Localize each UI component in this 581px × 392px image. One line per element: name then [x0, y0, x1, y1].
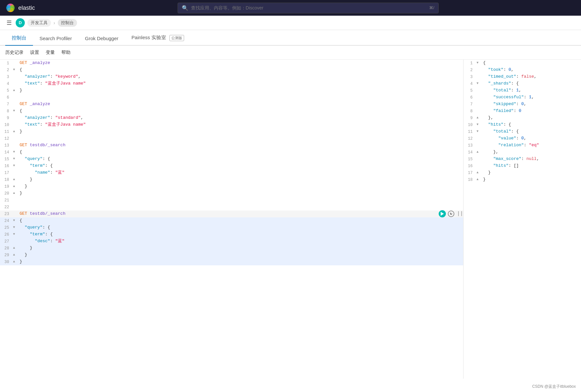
fold-indicator[interactable]: ▼ — [13, 108, 18, 114]
editor-line[interactable]: 27 "desc": "蓝" — [0, 238, 463, 245]
fold-indicator[interactable]: ▲ — [13, 87, 18, 94]
fold-indicator[interactable]: ▲ — [13, 259, 18, 265]
fold-indicator[interactable]: ▲ — [477, 115, 482, 121]
response-line-number: 2 — [463, 67, 477, 73]
editor-line[interactable]: 3 "analyzer": "keyword", — [0, 73, 463, 80]
editor-line[interactable]: 29▲ } — [0, 252, 463, 259]
line-number: 11 — [0, 128, 13, 135]
editor-line[interactable]: 14▼{ — [0, 149, 463, 156]
fold-indicator[interactable]: ▲ — [477, 169, 482, 176]
fold-indicator[interactable]: ▼ — [13, 156, 18, 162]
response-line: 3 "timed_out": false, — [463, 73, 581, 80]
line-number: 19 — [0, 183, 13, 190]
code-content: { — [18, 217, 463, 224]
response-code-content: "successful": 1, — [482, 94, 581, 101]
avatar[interactable]: D — [16, 18, 25, 27]
line-number: 2 — [0, 67, 13, 73]
tab-painless-lab[interactable]: Painless 实验室 公测版 — [125, 30, 191, 46]
fold-indicator[interactable]: ▲ — [477, 176, 482, 183]
breadcrumb-console[interactable]: 控制台 — [58, 19, 77, 27]
response-line-number: 9 — [463, 115, 477, 121]
editor-line[interactable]: 24▼{ — [0, 217, 463, 224]
response-line: 10▼ "hits": { — [463, 121, 581, 128]
code-content: { — [18, 108, 463, 114]
editor-line[interactable]: 11▲} — [0, 128, 463, 135]
tab-grok-debugger[interactable]: Grok Debugger — [78, 31, 125, 46]
code-content: } — [18, 183, 463, 190]
editor-line[interactable]: 26▼ "term": { — [0, 231, 463, 238]
editor-line[interactable]: 22 — [0, 204, 463, 211]
editor-line[interactable]: 19▲ } — [0, 183, 463, 190]
tab-console[interactable]: 控制台 — [5, 30, 33, 46]
editor-line[interactable]: 7 GET _analyze — [0, 101, 463, 108]
code-content: "name": "蓝" — [18, 169, 463, 176]
editor-line[interactable]: 28▲ } — [0, 245, 463, 252]
editor-line[interactable]: 8▼{ — [0, 108, 463, 115]
editor-line[interactable]: 1 GET _analyze — [0, 60, 463, 67]
fold-indicator[interactable]: ▼ — [13, 217, 18, 224]
fold-indicator[interactable]: ▲ — [13, 190, 18, 196]
left-editor-panel[interactable]: 1 GET _analyze2▼{3 "analyzer": "keyword"… — [0, 60, 463, 379]
editor-line[interactable]: 13 GET testdb/_search — [0, 142, 463, 149]
help-button[interactable]: 帮助 — [61, 48, 71, 57]
fold-indicator[interactable]: ▼ — [13, 67, 18, 73]
response-line-number: 16 — [463, 163, 477, 169]
elastic-logo[interactable]: elastic — [5, 3, 35, 13]
response-line: 9▲ }, — [463, 115, 581, 121]
response-code-content: "_shards": { — [482, 80, 581, 87]
line-number: 6 — [0, 94, 13, 101]
fold-indicator[interactable]: ▼ — [477, 80, 482, 87]
fold-indicator[interactable]: ▲ — [13, 252, 18, 258]
editor-line[interactable]: 23 GET testdb/_search↻|| — [0, 211, 463, 217]
editor-line[interactable]: 16▼ "term": { — [0, 163, 463, 169]
hamburger-menu-button[interactable]: ☰ — [5, 18, 13, 28]
fold-indicator[interactable]: ▼ — [13, 224, 18, 231]
response-line-number: 6 — [463, 94, 477, 101]
global-search-input[interactable] — [191, 5, 427, 10]
editor-line[interactable]: 21 — [0, 197, 463, 204]
editor-line[interactable]: 10 "text": "蓝盒子Java name" — [0, 121, 463, 128]
editor-line[interactable]: 4 "text": "蓝盒子Java name" — [0, 80, 463, 87]
fold-indicator[interactable]: ▲ — [477, 149, 482, 155]
editor-line[interactable]: 12 — [0, 135, 463, 142]
right-response-panel: 1▼{2 "took": 0,3 "timed_out": false,4▼ "… — [463, 60, 581, 379]
fold-indicator[interactable]: ▲ — [13, 245, 18, 251]
fold-indicator[interactable]: ▼ — [477, 121, 482, 128]
fold-indicator[interactable]: ▼ — [477, 60, 482, 66]
editor-line[interactable]: 30▲} — [0, 259, 463, 265]
fold-indicator[interactable]: ▲ — [13, 176, 18, 183]
response-line: 2 "took": 0, — [463, 67, 581, 73]
fold-indicator[interactable]: ▲ — [13, 128, 18, 135]
fold-indicator[interactable]: ▼ — [13, 231, 18, 238]
global-search-bar[interactable]: 🔍 ⌘/ — [178, 3, 439, 13]
search-shortcut: ⌘/ — [429, 6, 434, 10]
response-code-content: "total": 1, — [482, 87, 581, 94]
editor-line[interactable]: 6 — [0, 94, 463, 101]
fold-indicator[interactable]: ▼ — [13, 149, 18, 155]
line-number: 15 — [0, 156, 13, 163]
variables-button[interactable]: 变量 — [46, 48, 55, 57]
fold-indicator[interactable]: ▼ — [477, 128, 482, 135]
breadcrumb-dev-tools[interactable]: 开发工具 — [27, 19, 51, 27]
code-content: "term": { — [18, 231, 463, 238]
settings-button[interactable]: 设置 — [30, 48, 39, 57]
editor-line[interactable]: 17 "name": "蓝" — [0, 169, 463, 176]
history-button[interactable]: 历史记录 — [5, 48, 24, 57]
editor-line[interactable]: 9 "analyzer": "standard", — [0, 115, 463, 121]
line-number: 9 — [0, 115, 13, 121]
fold-indicator[interactable]: ▲ — [13, 183, 18, 190]
breadcrumb-bar: ☰ D 开发工具 › 控制台 — [0, 16, 581, 30]
run-button[interactable] — [439, 210, 446, 217]
code-content: } — [18, 190, 463, 196]
editor-line[interactable]: 25▼ "query": { — [0, 224, 463, 231]
fold-indicator[interactable]: ▼ — [13, 163, 18, 169]
editor-line[interactable]: 18▲ } — [0, 176, 463, 183]
response-line-number: 12 — [463, 135, 477, 142]
editor-line[interactable]: 2▼{ — [0, 67, 463, 73]
editor-line[interactable]: 5▲} — [0, 87, 463, 94]
editor-line[interactable]: 15▼ "query": { — [0, 156, 463, 163]
editor-line[interactable]: 20▲} — [0, 190, 463, 197]
refresh-button[interactable]: ↻ — [448, 211, 454, 217]
response-line-number: 5 — [463, 87, 477, 94]
tab-search-profiler[interactable]: Search Profiler — [33, 31, 78, 46]
